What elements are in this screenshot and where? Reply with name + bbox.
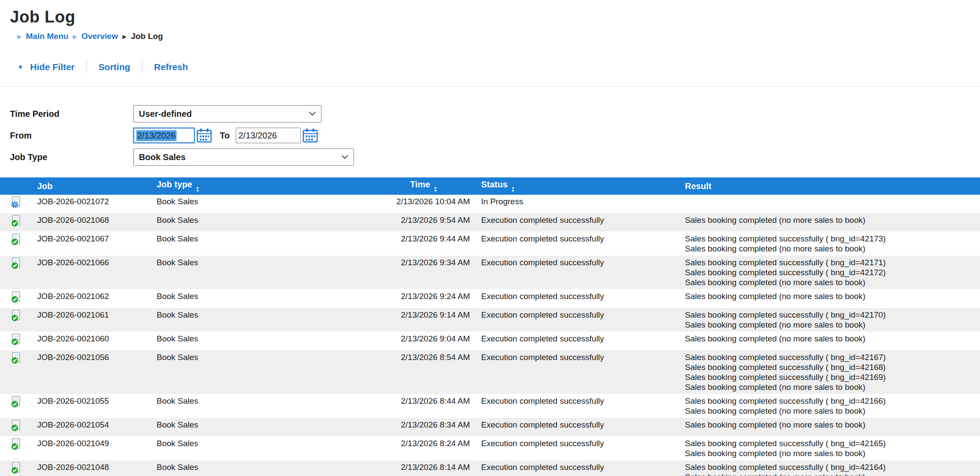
job-type-cell: Book Sales <box>156 437 286 460</box>
job-success-icon <box>10 291 22 304</box>
job-status-icon-cell <box>0 232 27 256</box>
status-cell: In Progress <box>474 195 682 213</box>
toolbar-divider <box>87 61 87 73</box>
table-row[interactable]: JOB-2026-0021062 Book Sales 2/13/2026 9:… <box>0 289 980 308</box>
toolbar-divider <box>142 61 142 73</box>
page-title: Job Log <box>0 0 980 26</box>
job-type-cell: Book Sales <box>156 213 286 232</box>
breadcrumb-overview-link[interactable]: Overview <box>81 32 118 41</box>
job-type-column-header[interactable]: Job type▲▼ <box>156 177 286 195</box>
job-success-icon <box>10 396 22 408</box>
job-type-cell: Book Sales <box>156 460 286 476</box>
status-cell: Execution completed successfully <box>474 256 682 289</box>
job-success-icon <box>10 352 22 365</box>
job-status-icon-cell <box>0 418 27 437</box>
sort-icon: ▲▼ <box>196 186 199 193</box>
job-log-page: Job Log ▶ Main Menu ▶ Overview ▶ Job Log… <box>0 0 980 476</box>
table-row[interactable]: JOB-2026-0021049 Book Sales 2/13/2026 8:… <box>0 437 980 460</box>
time-period-label: Time Period <box>10 109 133 119</box>
sort-icon: ▲▼ <box>511 186 515 193</box>
job-type-cell: Book Sales <box>156 289 286 308</box>
job-success-icon <box>10 333 22 346</box>
job-status-icon-cell <box>0 351 27 394</box>
result-cell: Sales booking completed (no more sales t… <box>682 213 980 232</box>
date-range-row: From 2/13/2026 To 2/ <box>10 125 980 146</box>
job-type-value: Book Sales <box>139 152 186 162</box>
status-cell: Execution completed successfully <box>474 332 682 351</box>
job-id-cell: JOB-2026-0021048 <box>27 460 156 476</box>
section-divider <box>0 86 980 87</box>
from-date-input[interactable]: 2/13/2026 <box>133 128 195 143</box>
job-type-cell: Book Sales <box>156 232 286 256</box>
to-label: To <box>220 131 230 141</box>
job-id-cell: JOB-2026-0021067 <box>27 232 156 256</box>
icon-column-header <box>0 177 27 195</box>
time-cell: 2/13/2026 8:14 AM <box>286 460 474 476</box>
to-date-value: 2/13/2026 <box>238 131 277 141</box>
hide-filter-button[interactable]: ▼ Hide Filter <box>17 62 75 72</box>
time-period-select[interactable]: User-defined <box>133 105 321 122</box>
breadcrumb-main-menu-link[interactable]: Main Menu <box>26 32 68 41</box>
time-cell: 2/13/2026 9:34 AM <box>286 256 474 289</box>
time-cell: 2/13/2026 8:24 AM <box>286 437 474 460</box>
status-cell: Execution completed successfully <box>474 437 682 460</box>
result-cell: Sales booking completed (no more sales t… <box>682 418 980 437</box>
time-cell: 2/13/2026 9:04 AM <box>286 332 474 351</box>
job-id-cell: JOB-2026-0021060 <box>27 332 156 351</box>
breadcrumb-arrow-icon: ▶ <box>122 33 127 40</box>
table-row[interactable]: JOB-2026-0021060 Book Sales 2/13/2026 9:… <box>0 332 980 351</box>
time-cell: 2/13/2026 9:44 AM <box>286 232 474 256</box>
table-row[interactable]: JOB-2026-0021072 Book Sales 2/13/2026 10… <box>0 195 980 213</box>
time-column-header[interactable]: Time▲▼ <box>286 177 474 195</box>
breadcrumb-arrow-icon: ▶ <box>17 33 22 40</box>
collapse-triangle-icon: ▼ <box>17 64 23 71</box>
time-cell: 2/13/2026 9:54 AM <box>286 213 474 232</box>
result-cell <box>682 195 980 213</box>
table-row[interactable]: JOB-2026-0021054 Book Sales 2/13/2026 8:… <box>0 418 980 437</box>
job-status-icon-cell <box>0 332 27 351</box>
job-type-cell: Book Sales <box>156 418 286 437</box>
status-cell: Execution completed successfully <box>474 418 682 437</box>
table-row[interactable]: JOB-2026-0021055 Book Sales 2/13/2026 8:… <box>0 394 980 418</box>
job-type-cell: Book Sales <box>156 256 286 289</box>
job-status-icon-cell <box>0 394 27 418</box>
table-row[interactable]: JOB-2026-0021056 Book Sales 2/13/2026 8:… <box>0 351 980 394</box>
job-success-icon <box>10 438 22 451</box>
job-status-icon-cell <box>0 256 27 289</box>
status-cell: Execution completed successfully <box>474 351 682 394</box>
job-id-cell: JOB-2026-0021072 <box>27 195 156 213</box>
job-type-cell: Book Sales <box>156 195 286 213</box>
job-id-cell: JOB-2026-0021054 <box>27 418 156 437</box>
from-calendar-icon[interactable] <box>196 128 212 143</box>
result-cell: Sales booking completed successfully ( b… <box>682 308 980 332</box>
from-label: From <box>10 131 133 141</box>
to-calendar-icon[interactable] <box>302 128 318 143</box>
result-cell: Sales booking completed successfully ( b… <box>682 232 980 256</box>
result-cell: Sales booking completed successfully ( b… <box>682 256 980 289</box>
table-row[interactable]: JOB-2026-0021068 Book Sales 2/13/2026 9:… <box>0 213 980 232</box>
job-success-icon <box>10 309 22 322</box>
sorting-button[interactable]: Sorting <box>99 62 131 72</box>
job-type-label: Job Type <box>10 152 133 162</box>
job-id-cell: JOB-2026-0021062 <box>27 289 156 308</box>
time-cell: 2/13/2026 9:24 AM <box>286 289 474 308</box>
job-type-select[interactable]: Book Sales <box>133 148 354 166</box>
table-row[interactable]: JOB-2026-0021061 Book Sales 2/13/2026 9:… <box>0 308 980 332</box>
job-status-icon-cell <box>0 213 27 232</box>
status-column-header[interactable]: Status▲▼ <box>474 177 682 195</box>
refresh-button[interactable]: Refresh <box>154 62 188 72</box>
table-row[interactable]: JOB-2026-0021067 Book Sales 2/13/2026 9:… <box>0 232 980 256</box>
to-date-input[interactable]: 2/13/2026 <box>236 128 301 143</box>
time-cell: 2/13/2026 9:14 AM <box>286 308 474 332</box>
status-cell: Execution completed successfully <box>474 460 682 476</box>
job-id-cell: JOB-2026-0021049 <box>27 437 156 460</box>
table-row[interactable]: JOB-2026-0021066 Book Sales 2/13/2026 9:… <box>0 256 980 289</box>
job-status-icon-cell <box>0 437 27 460</box>
sort-icon: ▲▼ <box>434 186 437 193</box>
from-date-value: 2/13/2026 <box>136 130 177 141</box>
table-row[interactable]: JOB-2026-0021048 Book Sales 2/13/2026 8:… <box>0 460 980 476</box>
filter-panel: Time Period User-defined From 2/13/2026 <box>10 103 980 168</box>
status-cell: Execution completed successfully <box>474 394 682 418</box>
job-success-icon <box>10 419 22 432</box>
job-id-cell: JOB-2026-0021068 <box>27 213 156 232</box>
